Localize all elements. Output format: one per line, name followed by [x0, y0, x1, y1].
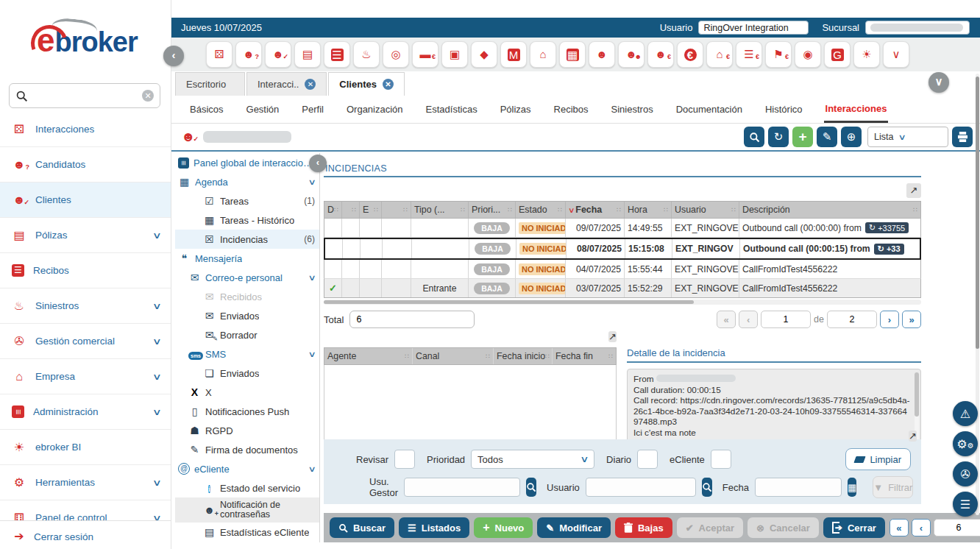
col-d[interactable]: D∷ — [324, 202, 342, 218]
listados-button[interactable]: ☰Listados — [399, 517, 469, 538]
col-e[interactable]: E∷ — [360, 202, 382, 218]
events-table-body[interactable] — [324, 365, 617, 451]
record-edit-button[interactable]: ✎ — [817, 127, 837, 147]
tree-agenda[interactable]: ▦Agenda∨ — [175, 172, 319, 191]
collapse-sidebar-button[interactable]: ‹ — [163, 46, 184, 66]
tree-ecliente[interactable]: @eCliente∨ — [175, 459, 319, 478]
col-hora[interactable]: Hora∷ — [625, 202, 672, 218]
subtab-historico[interactable]: Histórico — [764, 97, 804, 121]
toolbar-house-euro-icon[interactable]: ⌂€ — [706, 41, 733, 68]
usu-gestor-input[interactable] — [404, 478, 520, 497]
toolbar-eye-icon[interactable]: ◉ — [795, 41, 821, 68]
toolbar-person-coins-icon[interactable]: ☻€ — [647, 41, 674, 68]
toolbar-tag-euro-icon[interactable]: ⚑€ — [765, 41, 792, 68]
logout-button[interactable]: ➔Cerrar sesión — [0, 520, 171, 549]
toolbar-g-logo-icon[interactable]: G — [824, 41, 851, 68]
prioridad-select[interactable]: Todos∨ — [471, 450, 594, 469]
fecha-calendar-button[interactable]: ▦ — [848, 478, 856, 497]
toolbar-lightbulb-icon[interactable]: ☀ — [853, 41, 880, 68]
lista-select[interactable]: Lista∨ — [867, 127, 948, 147]
sidebar-item-ebroker-bi[interactable]: ☀ebroker BI — [0, 430, 171, 465]
toolbar-building-icon[interactable]: ▦ — [559, 41, 586, 68]
sidebar-item-siniestros[interactable]: ♨Siniestros∨ — [0, 288, 171, 324]
clear-search-icon[interactable]: ✕ — [142, 90, 154, 102]
tree-mensajeria[interactable]: ❝Mensajería — [175, 249, 319, 268]
subtab-interacciones[interactable]: Interacciones — [824, 96, 889, 123]
tab-clientes[interactable]: Clientes✕ — [328, 72, 405, 96]
toolbar-dice-icon[interactable]: ⚄ — [206, 41, 232, 68]
toolbar-target-icon[interactable]: ◎ — [383, 41, 409, 68]
toolbar-person-check-icon[interactable]: ☻✓ — [265, 41, 291, 68]
tree-tareas[interactable]: ☑Tareas(1) — [175, 191, 319, 210]
toolbar-person-icon[interactable]: ☻ — [589, 41, 615, 68]
record-number-input[interactable] — [934, 519, 980, 536]
incidencia-row-selected[interactable]: BAJA NO INICIADA 08/07/2025 15:15:08 EXT… — [324, 238, 921, 260]
fecha-input[interactable] — [755, 478, 842, 497]
sidebar-item-recibos[interactable]: ☰Recibos — [0, 253, 171, 288]
tree-correo-recibidos[interactable]: ✉Recibidos — [175, 287, 319, 306]
subtab-perfil[interactable]: Perfil — [300, 97, 325, 121]
sidebar-item-interacciones[interactable]: ⚄Interacciones — [0, 112, 171, 147]
expand-filters-icon[interactable]: ↗ — [909, 431, 917, 442]
sidebar-item-empresa[interactable]: ⌂Empresa∨ — [0, 359, 171, 394]
toolbar-m-logo-icon[interactable]: M — [500, 41, 527, 68]
toolbar-person-question-icon[interactable]: ☻? — [235, 41, 262, 68]
subtab-basicos[interactable]: Básicos — [188, 97, 225, 121]
tree-rgpd[interactable]: ☗RGPD — [175, 421, 319, 440]
tree-estadisticas-ecliente[interactable]: ▤Estadísticas eCliente — [175, 523, 319, 542]
search-input[interactable] — [28, 90, 142, 102]
checklist-button[interactable]: ☰ — [953, 492, 978, 517]
subtab-organizacion[interactable]: Organización — [345, 97, 405, 121]
tree-notificaciones-push[interactable]: ▯Notificaciones Push — [175, 402, 319, 421]
expand-table-icon[interactable]: ↗ — [906, 183, 921, 198]
toolbar-receipt-euro-icon[interactable]: ☰€ — [736, 41, 762, 68]
col-prioridad[interactable]: Priori...∷ — [469, 202, 516, 218]
tab-interacciones[interactable]: Interacci..✕ — [246, 72, 327, 96]
tree-correo-enviados[interactable]: ✉Enviados — [175, 306, 319, 325]
sidebar-item-gestion-comercial[interactable]: ✇Gestión comercial∨ — [0, 324, 171, 359]
total-pages-input[interactable] — [827, 311, 877, 328]
limpiar-button[interactable]: Limpiar — [845, 448, 911, 470]
toolbar-receipt-icon[interactable]: ☰ — [324, 41, 350, 68]
last-page-button[interactable]: » — [902, 311, 921, 328]
tree-firma-documentos[interactable]: ✎Firma de documentos — [175, 440, 319, 459]
first-record-button[interactable]: « — [890, 519, 909, 536]
usuario-input[interactable] — [698, 21, 809, 35]
prev-record-button[interactable]: ‹ — [912, 519, 931, 536]
revisar-checkbox[interactable] — [394, 450, 415, 469]
detail-text[interactable]: From Call duration: 00:00:15 Call record… — [627, 369, 921, 448]
ecliente-checkbox[interactable] — [711, 450, 731, 469]
sidebar-item-herramientas[interactable]: ⚙Herramientas∨ — [0, 465, 171, 500]
tree-estado-servicio[interactable]: iEstado del servicio — [175, 478, 319, 497]
record-search-button[interactable] — [744, 127, 764, 147]
usuario-search-button[interactable] — [702, 478, 712, 497]
col-estado[interactable]: Estado∷ — [516, 202, 566, 218]
sidebar-search[interactable]: ✕ — [9, 83, 160, 108]
sidebar-item-clientes[interactable]: ☻✓Clientes — [0, 183, 171, 218]
settings-button[interactable]: ⚙⚙ — [953, 431, 978, 456]
expand-events-icon[interactable]: ↗ — [608, 331, 617, 342]
toolbar-policy-document-icon[interactable]: ▤ — [294, 41, 321, 68]
tree-sms[interactable]: smsSMS∨ — [175, 344, 319, 364]
record-add-button[interactable]: + — [792, 127, 813, 147]
incidencia-row[interactable]: BAJA NO INICIADA 09/07/2025 14:49:55 EXT… — [324, 219, 921, 238]
tab-escritorio[interactable]: Escritorio — [175, 72, 245, 96]
collapse-tree-button[interactable]: ‹ — [309, 155, 327, 172]
modificar-button[interactable]: ✎Modificar — [537, 517, 611, 538]
incidencia-row[interactable]: BAJA NO INICIADA 04/07/2025 15:55:44 EXT… — [324, 260, 921, 279]
tree-correo-personal[interactable]: ✉Correo-e personal∨ — [175, 268, 319, 287]
cart-button[interactable]: ✇ — [953, 461, 978, 486]
col-agente[interactable]: Agente∷ — [324, 348, 413, 364]
toolbar-building-home-icon[interactable]: ⌂ — [530, 41, 556, 68]
col-usuario[interactable]: Usuario∷ — [672, 202, 739, 218]
nuevo-button[interactable]: +Nuevo — [474, 517, 533, 538]
record-refresh-button[interactable]: ↻ — [768, 127, 789, 147]
toolbar-more-chevron-down-icon[interactable]: ∨ — [883, 41, 909, 68]
tree-tareas-historico[interactable]: ▦Tareas - Histórico — [175, 210, 319, 230]
toolbar-euro-circle-icon[interactable]: € — [677, 41, 703, 68]
col-fecha-inicio[interactable]: Fecha inicio∷ — [494, 348, 553, 364]
incidencia-row[interactable]: ✓ Entrante BAJA NO INICIADA 03/07/2025 1… — [324, 279, 921, 298]
subtab-documentacion[interactable]: Documentación — [675, 97, 744, 121]
next-page-button[interactable]: › — [880, 311, 899, 328]
total-input[interactable] — [349, 311, 475, 328]
